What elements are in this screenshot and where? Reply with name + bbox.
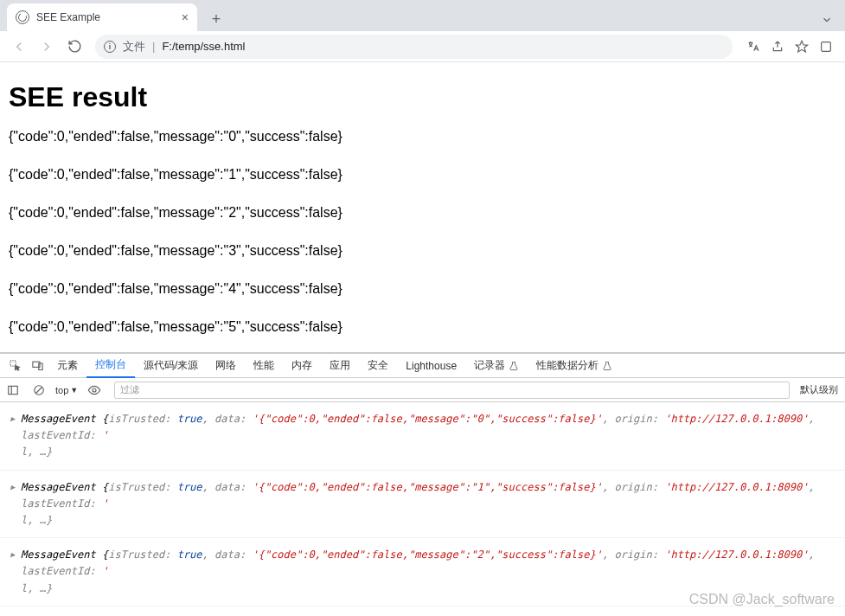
devtools-panel: 元素控制台源代码/来源网络性能内存应用安全Lighthouse记录器性能数据分析… [0,352,845,616]
reload-button[interactable] [62,35,86,59]
forward-button[interactable] [35,35,59,59]
svg-marker-0 [796,41,807,52]
console-entry[interactable]: ▶MessageEvent {isTrusted: true, data: '{… [0,606,845,616]
console-entry[interactable]: ▶MessageEvent {isTrusted: true, data: '{… [0,538,845,606]
bookmark-icon[interactable] [795,40,809,54]
devtools-tab[interactable]: 安全 [359,354,397,378]
result-line: {"code":0,"ended":false,"message":"1","s… [9,167,836,183]
info-icon[interactable]: i [104,41,116,53]
result-line: {"code":0,"ended":false,"message":"0","s… [9,129,836,144]
window-dropdown-icon[interactable] [809,9,845,31]
devtools-tab[interactable]: 性能 [245,354,283,378]
svg-rect-1 [822,42,831,51]
tab-bar: SEE Example × + [0,0,845,31]
expand-arrow-icon[interactable]: ▶ [10,413,15,425]
devtools-tab[interactable]: 记录器 [465,354,528,378]
toolbar-right [741,40,838,54]
console-entry[interactable]: ▶MessageEvent {isTrusted: true, data: '{… [0,402,845,471]
device-icon[interactable] [26,359,48,372]
console-toolbar: top ▼ 过滤 默认级别 [0,378,845,402]
devtools-tab[interactable]: 应用 [321,354,359,378]
browser-tab[interactable]: SEE Example × [7,3,197,31]
svg-line-8 [36,387,42,393]
result-line: {"code":0,"ended":false,"message":"5","s… [9,319,836,335]
flask-icon [509,361,519,371]
result-line: {"code":0,"ended":false,"message":"3","s… [9,243,836,259]
result-line: {"code":0,"ended":false,"message":"2","s… [9,205,836,221]
devtools-tab[interactable]: 元素 [48,354,86,378]
translate-icon[interactable] [746,40,760,54]
url-box[interactable]: i 文件 | F:/temp/sse.html [95,35,733,59]
expand-arrow-icon[interactable]: ▶ [10,481,15,493]
inspect-icon[interactable] [3,359,26,372]
url-path: F:/temp/sse.html [162,40,245,53]
devtools-tab[interactable]: 控制台 [86,354,135,378]
share-icon[interactable] [771,40,784,54]
tab-title: SEE Example [36,11,100,23]
back-button[interactable] [7,35,31,59]
result-line: {"code":0,"ended":false,"message":"4","s… [9,281,836,297]
browser-chrome: SEE Example × + i 文件 | F:/temp/sse.html [0,0,845,62]
log-level-selector[interactable]: 默认级别 [797,383,842,396]
filter-input[interactable]: 过滤 [114,382,790,399]
scope-selector[interactable]: top ▼ [55,385,78,395]
url-divider: | [152,40,155,53]
console-entry[interactable]: ▶MessageEvent {isTrusted: true, data: '{… [0,471,845,539]
devtools-tab[interactable]: 内存 [283,354,321,378]
url-label: 文件 [123,39,145,55]
svg-rect-5 [9,386,18,394]
svg-rect-4 [38,363,42,370]
expand-arrow-icon[interactable]: ▶ [10,549,15,561]
svg-point-9 [93,388,96,392]
page-content: SEE result {"code":0,"ended":false,"mess… [0,62,845,352]
devtools-tab[interactable]: 性能数据分析 [528,354,621,378]
devtools-tabs: 元素控制台源代码/来源网络性能内存应用安全Lighthouse记录器性能数据分析 [0,354,845,378]
devtools-tab[interactable]: 网络 [207,354,245,378]
devtools-tab[interactable]: 源代码/来源 [135,354,207,378]
address-bar: i 文件 | F:/temp/sse.html [0,31,845,62]
sidebar-toggle-icon[interactable] [3,384,22,396]
flask-icon [602,361,612,371]
eye-icon[interactable] [85,383,104,397]
close-tab-icon[interactable]: × [182,10,189,24]
new-tab-button[interactable]: + [204,7,228,31]
chevron-down-icon: ▼ [70,386,78,395]
devtools-tab[interactable]: Lighthouse [397,354,465,378]
globe-icon [16,10,29,24]
extension-icon[interactable] [819,40,833,54]
clear-console-icon[interactable] [29,384,48,396]
console-output: ▶MessageEvent {isTrusted: true, data: '{… [0,402,845,616]
page-heading: SEE result [9,81,836,113]
